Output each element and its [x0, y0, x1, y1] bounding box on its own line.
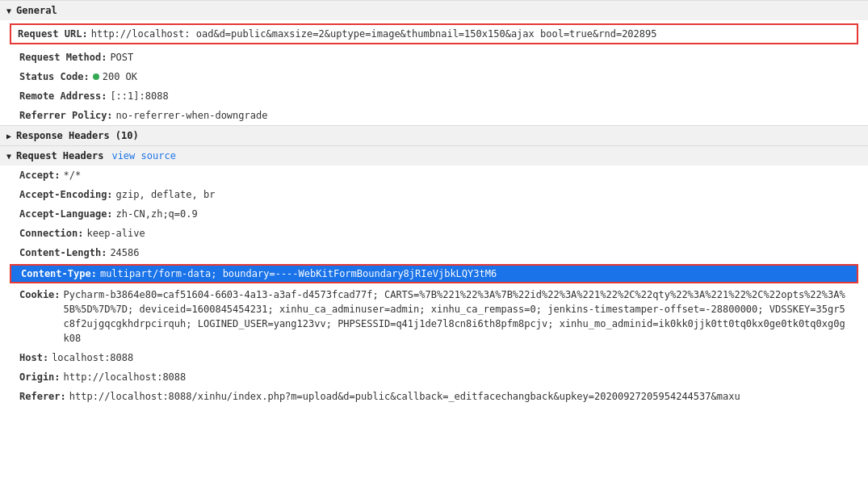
content-type-row: Content-Type: multipart/form-data; bound…: [10, 264, 858, 283]
field-value: */*: [64, 168, 849, 182]
host-row: Host: localhost:8088: [0, 348, 868, 367]
field-name: Connection:: [19, 226, 83, 241]
general-section-header[interactable]: ▼ General: [0, 0, 868, 20]
request-method-value: POST: [110, 50, 849, 65]
referrer-policy-row: Referrer Policy: no-referrer-when-downgr…: [0, 106, 868, 125]
request-method-row: Request Method: POST: [0, 48, 868, 67]
cookie-value: Pycharm-b3864e80=caf51604-6603-4a13-a3af…: [64, 287, 849, 346]
general-collapse-arrow: ▼: [6, 6, 11, 15]
origin-row: Origin: http://localhost:8088: [0, 367, 868, 387]
remote-address-label: Remote Address:: [19, 89, 107, 103]
request-header-fields: Accept:*/*Accept-Encoding:gzip, deflate,…: [0, 166, 868, 262]
request-url-value: http://localhost: oad&d=public&maxsize=2…: [91, 28, 657, 40]
response-headers-collapse-arrow: ▶: [6, 132, 11, 140]
host-value: localhost:8088: [52, 350, 849, 365]
field-value: gzip, deflate, br: [116, 187, 849, 202]
response-headers-section-header[interactable]: ▶ Response Headers (10): [0, 125, 868, 145]
referer-value: http://localhost:8088/xinhu/index.php?m=…: [69, 389, 849, 404]
request-header-field-row: Content-Length:24586: [0, 243, 868, 262]
field-value: keep-alive: [86, 226, 849, 241]
status-code-value: 200 OK: [93, 69, 849, 84]
field-name: Accept:: [19, 168, 61, 182]
origin-label: Origin:: [19, 370, 61, 384]
host-label: Host:: [19, 350, 48, 365]
request-headers-section-header[interactable]: ▼ Request Headers view source: [0, 145, 868, 166]
origin-value: http://localhost:8088: [64, 370, 849, 384]
referrer-policy-label: Referrer Policy:: [19, 108, 113, 123]
status-code-label: Status Code:: [19, 69, 90, 84]
devtools-panel: ▼ General Request URL:http://localhost: …: [0, 0, 868, 499]
status-dot-icon: [93, 73, 99, 80]
request-header-field-row: Accept-Language:zh-CN,zh;q=0.9: [0, 204, 868, 224]
content-type-label: Content-Type:: [21, 268, 97, 279]
field-name: Accept-Encoding:: [19, 187, 113, 202]
request-url-box: Request URL:http://localhost: oad&d=publ…: [10, 23, 858, 44]
request-header-field-row: Connection:keep-alive: [0, 224, 868, 243]
request-url-label: Request URL:: [18, 28, 88, 40]
request-header-field-row: Accept:*/*: [0, 166, 868, 185]
field-name: Accept-Language:: [19, 207, 113, 221]
request-headers-collapse-arrow: ▼: [6, 152, 11, 161]
request-headers-section-label: Request Headers: [16, 150, 103, 161]
request-method-label: Request Method:: [19, 50, 107, 65]
remote-address-row: Remote Address: [::1]:8088: [0, 86, 868, 106]
cookie-label: Cookie:: [19, 287, 61, 302]
content-type-value: multipart/form-data; boundary=----WebKit…: [100, 268, 847, 279]
field-name: Content-Length:: [19, 245, 107, 260]
request-header-field-row: Accept-Encoding:gzip, deflate, br: [0, 185, 868, 204]
referer-row: Referer: http://localhost:8088/xinhu/ind…: [0, 387, 868, 406]
general-section-label: General: [16, 5, 57, 16]
cookie-row: Cookie: Pycharm-b3864e80=caf51604-6603-4…: [0, 285, 868, 348]
view-source-link[interactable]: view source: [111, 150, 175, 161]
field-value: 24586: [110, 245, 849, 260]
referer-label: Referer:: [19, 389, 66, 404]
status-code-row: Status Code: 200 OK: [0, 67, 868, 86]
referrer-policy-value: no-referrer-when-downgrade: [116, 108, 849, 123]
remote-address-value: [::1]:8088: [110, 89, 849, 103]
response-headers-section-label: Response Headers (10): [16, 130, 139, 141]
field-value: zh-CN,zh;q=0.9: [116, 207, 849, 221]
